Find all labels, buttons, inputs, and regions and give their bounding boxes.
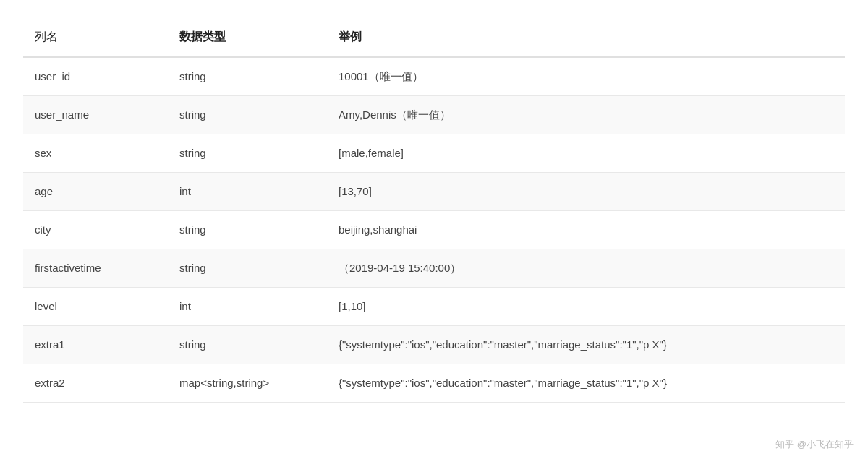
cell-name: sex xyxy=(23,134,168,172)
cell-type: string xyxy=(168,95,327,134)
header-example: 举例 xyxy=(327,17,845,57)
cell-type: string xyxy=(168,134,327,172)
cell-name: age xyxy=(23,172,168,210)
table-row: user_idstring10001（唯一值） xyxy=(23,57,845,96)
header-type: 数据类型 xyxy=(168,17,327,57)
table-row: user_namestringAmy,Dennis（唯一值） xyxy=(23,95,845,134)
cell-type: string xyxy=(168,249,327,287)
cell-name: extra2 xyxy=(23,364,168,402)
cell-type: string xyxy=(168,57,327,96)
cell-example: beijing,shanghai xyxy=(327,210,845,249)
table-row: ageint[13,70] xyxy=(23,172,845,210)
header-name: 列名 xyxy=(23,17,168,57)
table-header-row: 列名 数据类型 举例 xyxy=(23,17,845,57)
cell-type: string xyxy=(168,210,327,249)
cell-type: int xyxy=(168,172,327,210)
cell-example: [male,female] xyxy=(327,134,845,172)
cell-example: [1,10] xyxy=(327,287,845,325)
cell-example: {"systemtype":"ios","education":"master"… xyxy=(327,364,845,402)
table-row: sexstring[male,female] xyxy=(23,134,845,172)
cell-type: int xyxy=(168,287,327,325)
cell-name: firstactivetime xyxy=(23,249,168,287)
cell-name: user_id xyxy=(23,57,168,96)
cell-type: string xyxy=(168,325,327,364)
cell-example: （2019-04-19 15:40:00） xyxy=(327,249,845,287)
table-row: citystringbeijing,shanghai xyxy=(23,210,845,249)
table-row: extra1string{"systemtype":"ios","educati… xyxy=(23,325,845,364)
cell-example: 10001（唯一值） xyxy=(327,57,845,96)
cell-example: {"systemtype":"ios","education":"master"… xyxy=(327,325,845,364)
table-row: extra2map<string,string>{"systemtype":"i… xyxy=(23,364,845,402)
cell-name: city xyxy=(23,210,168,249)
cell-type: map<string,string> xyxy=(168,364,327,402)
cell-name: user_name xyxy=(23,95,168,134)
table-row: levelint[1,10] xyxy=(23,287,845,325)
cell-example: Amy,Dennis（唯一值） xyxy=(327,95,845,134)
cell-example: [13,70] xyxy=(327,172,845,210)
table-row: firstactivetimestring（2019-04-19 15:40:0… xyxy=(23,249,845,287)
cell-name: extra1 xyxy=(23,325,168,364)
cell-name: level xyxy=(23,287,168,325)
data-table: 列名 数据类型 举例 user_idstring10001（唯一值）user_n… xyxy=(23,17,845,403)
